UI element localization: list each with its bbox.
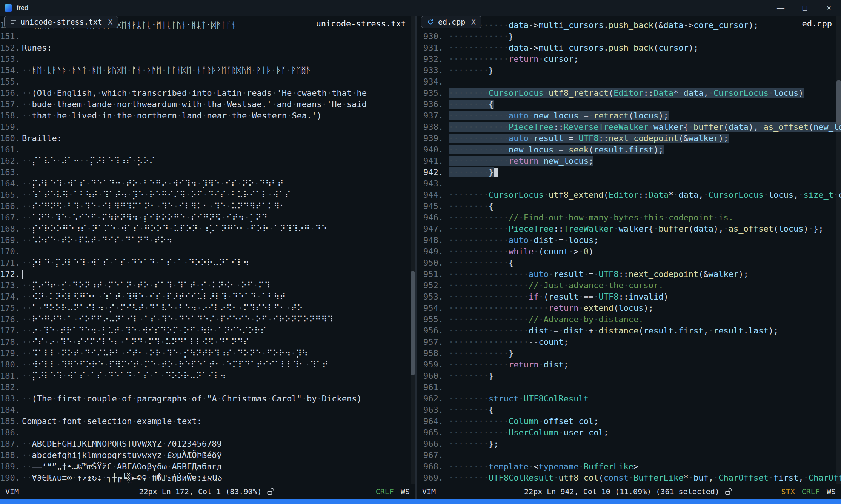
- code-line[interactable]: 186.: [0, 427, 415, 438]
- code-line[interactable]: 168.··⡎⠊⠗⠕⠕⠛⠑⠰⠎·⠝⠁⠍⠑·⠺⠁⠎·⠛⠕⠕⠙·⠥⠏⠕⠝·⠰⡡⠁⠝⠛…: [0, 223, 415, 235]
- code-line[interactable]: 951.················auto·result·=·UTF8::…: [417, 269, 841, 280]
- code-line[interactable]: 963.········{: [417, 404, 841, 416]
- code-line[interactable]: 179.··⠩⠁⠇⠇·⠝⠕⠞·⠙⠊⠌⠥⠗⠃·⠊⠞⠂·⠕⠗·⠹⠑·⡊⠳⠝⠞⠗⠹⠰⠎…: [0, 348, 415, 359]
- right-pane[interactable]: 929.············data->multi_cursors.push…: [415, 16, 841, 499]
- right-scrollbar[interactable]: [836, 16, 841, 484]
- code-line[interactable]: 155.: [0, 76, 415, 88]
- code-line[interactable]: 960.········}: [417, 370, 841, 382]
- code-line[interactable]: 966.········};: [417, 438, 841, 450]
- code-line[interactable]: 151.: [0, 31, 415, 42]
- code-line[interactable]: 938.············PieceTree::ReverseTreeWa…: [417, 121, 841, 133]
- code-line[interactable]: 161.: [0, 144, 415, 155]
- left-scrollbar[interactable]: [411, 16, 415, 484]
- code-line[interactable]: 153.: [0, 54, 415, 65]
- code-line[interactable]: 935.········CursorLocus·utf8_retract(Edi…: [417, 88, 841, 99]
- left-pane[interactable]: 150.··ᛋᚳᛖᚪᛚ᛫ᚦᛖᚪᚻ᛫ᛗᚪᚾᚾᚪ᛫ᚷᛖᚻᚹᛦᛚᚳ᛫ᛗᛁᚳᛚᚢᚾ᛫ᚻᛦ…: [0, 16, 415, 499]
- code-line[interactable]: 176.··⠗⠑⠛⠜⠙·⠁·⠊⠕⠋⠋⠔⠤⠝⠁⠊⠇·⠁⠎·⠹⠑·⠙⠑⠁⠙⠑⠌·⠏⠊…: [0, 314, 415, 325]
- code-line[interactable]: 969.········UTF8ColResult·utf8_col(const…: [417, 472, 841, 484]
- code-line[interactable]: 942.········}: [417, 167, 841, 178]
- code-line[interactable]: 171.··⡕⠇⠙·⡍⠜⠇⠑⠹·⠺⠁⠎·⠁⠎·⠙⠑⠁⠙·⠁⠎·⠁·⠙⠕⠕⠗⠤⠝⠁…: [0, 257, 415, 269]
- code-line[interactable]: 950.············{: [417, 257, 841, 269]
- code-line[interactable]: 181.··⡍⠜⠇⠑⠹·⠺⠁⠎·⠁⠎·⠙⠑⠁⠙·⠁⠎·⠁·⠙⠕⠕⠗⠤⠝⠁⠊⠇⠲: [0, 370, 415, 382]
- code-line[interactable]: 166.··⠎⠊⠛⠝⠫·⠃⠹·⠹⠑·⠊⠇⠻⠛⠹⠍⠁⠝⠂·⠹⠑·⠊⠇⠻⠅⠂·⠹⠑·…: [0, 201, 415, 212]
- maximize-button[interactable]: □: [793, 0, 817, 16]
- code-line[interactable]: 169.··⠡⠕⠎⠑·⠞⠕·⠏⠥⠞·⠙⠊⠎·⠙⠁⠝⠙·⠞⠕⠲: [0, 235, 415, 246]
- code-line[interactable]: 154.··ᚻᛖ·ᚳᚹᚫᚦ·ᚦᚫᛏ·ᚻᛖ·ᛒᚢᛞᛖ·ᚩᚾ·ᚦᚫᛗ·ᛚᚪᚾᛞᛖ·ᚾ…: [0, 65, 415, 76]
- line-number: 177.: [0, 325, 22, 337]
- code-line[interactable]: 159.: [0, 121, 415, 133]
- code-line[interactable]: 968.········template·<typename·BufferLik…: [417, 461, 841, 472]
- code-line[interactable]: 189.··–—‘“”„†•…‰™œŠŸž€·ΑΒΓΔΩαβγδω·АБВГДа…: [0, 461, 415, 472]
- code-line[interactable]: 162.··⡌⠁⠧⠑·⠼⠁⠒··⡍⠜⠇⠑⠹⠰⠎·⡣⠕⠌: [0, 155, 415, 167]
- code-line[interactable]: 160.Braille:: [0, 133, 415, 144]
- code-line[interactable]: 172.: [0, 269, 415, 280]
- code-line[interactable]: 164.··⡍⠜⠇⠑⠹·⠺⠁⠎·⠙⠑⠁⠙⠒·⠞⠕·⠃⠑⠛⠔·⠺⠊⠹⠲·⡹⠻⠑·⠊…: [0, 178, 415, 189]
- code-line[interactable]: 957.················--count;: [417, 337, 841, 348]
- code-line[interactable]: 185.Compact·font·selection·example·text:: [0, 416, 415, 427]
- code-line[interactable]: 954.····················return·extend(lo…: [417, 303, 841, 314]
- right-scrollbar-thumb[interactable]: [836, 80, 841, 125]
- code-line[interactable]: 175.··⠁·⠙⠕⠕⠗⠤⠝⠁⠊⠇⠲·⡊·⠍⠊⠣⠞·⠙⠁⠧⠑·⠃⠑⠲·⠔⠊⠇⠔⠫…: [0, 303, 415, 314]
- code-line[interactable]: 945.········{: [417, 201, 841, 212]
- code-line[interactable]: 930.············}: [417, 31, 841, 42]
- code-line[interactable]: 958.············}: [417, 348, 841, 359]
- unlock-icon[interactable]: [267, 488, 276, 495]
- code-line[interactable]: 156.··(Old·English,·which·transcribed·in…: [0, 88, 415, 99]
- code-line[interactable]: 177.··⠔·⠹⠑·⠞⠗⠁⠙⠑⠲·⡃⠥⠞·⠹⠑·⠺⠊⠎⠙⠕⠍·⠕⠋·⠳⠗·⠁⠝…: [0, 325, 415, 337]
- code-line[interactable]: 944.········CursorLocus·utf8_extend(Edit…: [417, 189, 841, 201]
- code-line[interactable]: 949.············while·(count·>·0): [417, 246, 841, 257]
- code-line[interactable]: 934.: [417, 76, 841, 88]
- code-line[interactable]: 170.: [0, 246, 415, 257]
- code-line[interactable]: 157.··bude·thaem·lande·northweardum·with…: [0, 99, 415, 110]
- line-number: 956.: [417, 325, 449, 337]
- code-line[interactable]: 180.··⠺⠊⠇⠇·⠹⠻⠑⠋⠕⠗⠑·⠏⠻⠍⠊⠞·⠍⠑·⠞⠕·⠗⠑⠏⠑⠁⠞⠂·⠑…: [0, 359, 415, 370]
- code-line[interactable]: 948.············auto·dist·=·locus;: [417, 235, 841, 246]
- code-line[interactable]: 163.: [0, 167, 415, 178]
- code-line[interactable]: 952.················//·Just·advance·the·…: [417, 280, 841, 291]
- code-line[interactable]: 188.··abcdefghijklmnopqrstuvwxyz·£©µÀÆÖÞ…: [0, 450, 415, 461]
- right-editor-text[interactable]: 929.············data->multi_cursors.push…: [417, 16, 841, 484]
- code-line[interactable]: 956.················dist·=·dist·+·distan…: [417, 325, 841, 337]
- code-line[interactable]: 947.············PieceTree::TreeWalker·wa…: [417, 223, 841, 235]
- close-button[interactable]: ×: [817, 0, 841, 16]
- code-line[interactable]: 959.············return·dist;: [417, 359, 841, 370]
- tab-close-button[interactable]: X: [108, 18, 112, 26]
- code-line[interactable]: 961.: [417, 382, 841, 393]
- code-line[interactable]: 174.··⠪⠝·⠅⠝⠪⠇⠫⠛⠑⠂·⠱⠁⠞·⠹⠻⠑·⠊⠎·⠏⠜⠞⠊⠊⠥⠇⠜⠇⠹·…: [0, 291, 415, 303]
- code-line[interactable]: 940.············new_locus·=·seek(result.…: [417, 144, 841, 155]
- code-line[interactable]: 933.········}: [417, 65, 841, 76]
- minimize-button[interactable]: —: [769, 0, 793, 16]
- code-line[interactable]: 964.············Column·offset_col;: [417, 416, 841, 427]
- code-line[interactable]: 939.············auto·result·=·UTF8::next…: [417, 133, 841, 144]
- tab-ed-cpp[interactable]: ed.cpp X: [421, 16, 481, 28]
- code-line[interactable]: 158.··that·he·lived·in·the·northern·land…: [0, 110, 415, 121]
- code-line[interactable]: 152.Runes:: [0, 42, 415, 54]
- code-line[interactable]: 955.················//·Advance·by·distan…: [417, 314, 841, 325]
- left-editor-text[interactable]: 150.··ᛋᚳᛖᚪᛚ᛫ᚦᛖᚪᚻ᛫ᛗᚪᚾᚾᚪ᛫ᚷᛖᚻᚹᛦᛚᚳ᛫ᛗᛁᚳᛚᚢᚾ᛫ᚻᛦ…: [0, 16, 415, 484]
- code-line[interactable]: 953.················if·(result·==·UTF8::…: [417, 291, 841, 303]
- code-line[interactable]: 962.········struct·UTF8ColResult: [417, 393, 841, 404]
- code-line[interactable]: 943.: [417, 178, 841, 189]
- tab-unicode-stress-txt[interactable]: unicode-stress.txt X: [4, 16, 118, 28]
- app-icon: [5, 4, 12, 12]
- code-line[interactable]: 967.: [417, 450, 841, 461]
- tab-close-button[interactable]: X: [471, 18, 475, 26]
- code-line[interactable]: 167.··⠁⠝⠙·⠹⠑·⠡⠊⠑⠋·⠍⠳⠗⠝⠻⠲·⡎⠊⠗⠕⠕⠛⠑·⠎⠊⠛⠝⠫·⠊…: [0, 212, 415, 223]
- code-line[interactable]: 932.············return·cursor;: [417, 54, 841, 65]
- code-line[interactable]: 182.: [0, 382, 415, 393]
- code-line[interactable]: 936.········{: [417, 99, 841, 110]
- code-line[interactable]: 184.: [0, 404, 415, 416]
- unlock-icon[interactable]: [725, 488, 734, 495]
- code-line[interactable]: 965.············UserColumn·user_col;: [417, 427, 841, 438]
- left-scrollbar-thumb[interactable]: [411, 271, 415, 375]
- code-line[interactable]: 941.············return·new_locus;: [417, 155, 841, 167]
- code-line[interactable]: 187.··ABCDEFGHIJKLMNOPQRSTUVWXYZ·/012345…: [0, 438, 415, 450]
- code-line[interactable]: 946.············//·Find·out·how·many·byt…: [417, 212, 841, 223]
- code-line[interactable]: 173.··⡍⠔⠙⠖·⡊·⠙⠕⠝⠰⠞·⠍⠑⠁⠝·⠞⠕·⠎⠁⠹·⠹⠁⠞·⡊·⠅⠝⠪…: [0, 280, 415, 291]
- code-line[interactable]: 937.············auto·new_locus·=·retract…: [417, 110, 841, 121]
- code-line[interactable]: 183.··(The·first·couple·of·paragraphs·of…: [0, 393, 415, 404]
- code-line[interactable]: 931.············data->multi_cursors.push…: [417, 42, 841, 54]
- code-line[interactable]: 178.··⠊⠎·⠔·⠹⠑·⠎⠊⠍⠊⠇⠑⠆·⠁⠝⠙·⠍⠹·⠥⠝⠙⠁⠇⠇⠪⠫·⠙⠁…: [0, 337, 415, 348]
- code-line[interactable]: 190.··∀∂∈ℝ∧∪≡∞·↑↗↨↻⇣·┐┼╔╘░►☺♀·ﬁ�⑀₂ἠḂӥẄɐː…: [0, 472, 415, 484]
- code-line[interactable]: 165.··⠱⠁⠞⠑⠧⠻·⠁⠃⠳⠞·⠹⠁⠞⠲·⡹⠑·⠗⠑⠛⠊⠌⠻·⠕⠋·⠙⠊⠎·…: [0, 189, 415, 201]
